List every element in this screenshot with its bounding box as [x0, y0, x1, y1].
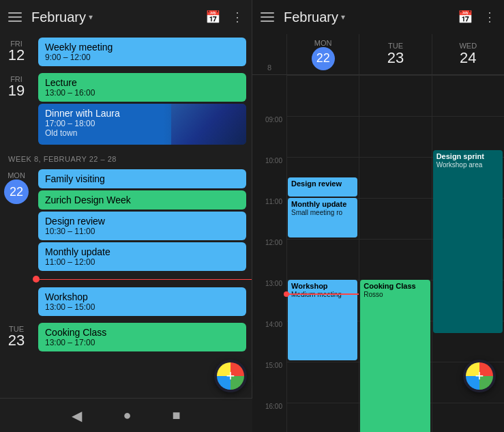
cal-event-design-review[interactable]: Design review — [288, 177, 357, 197]
time-label-14: 14:00 — [252, 321, 286, 362]
time-line — [40, 279, 252, 280]
cal-event-title: Cooking Class — [364, 282, 426, 291]
event-time: 13:00 – 16:00 — [45, 88, 239, 98]
grid-cell — [359, 158, 431, 198]
back-icon[interactable]: ◀ — [72, 407, 82, 424]
event-time: 10:30 – 11:00 — [45, 227, 239, 236]
day-indicator-tue-23: TUE 23 — [0, 321, 33, 348]
day-tue-23: TUE 23 Cooking Class 13:00 – 17:00 — [0, 319, 252, 355]
grid-cell — [359, 199, 431, 239]
week-day-headers: 8 MON 22 TUE 23 WED 24 — [252, 34, 504, 75]
week-day-wed: WED 24 — [432, 34, 504, 74]
week-day-num-24: 24 — [460, 50, 476, 66]
left-header: February ▾ 📅 ⋮ — [0, 0, 252, 34]
left-header-icons: 📅 ⋮ — [205, 10, 243, 25]
day-indicator-mon-22: MON 22 — [0, 167, 33, 204]
week-number: 8 — [267, 63, 271, 72]
time-label-9a: 09:00 — [252, 116, 286, 157]
event-title: Lecture — [45, 77, 239, 88]
grid-row-pre — [286, 75, 504, 116]
fab-plus-icon: + — [226, 369, 235, 384]
event-time: 13:00 – 17:00 — [45, 338, 239, 347]
event-lecture[interactable]: Lecture 13:00 – 16:00 — [38, 73, 246, 102]
right-more-options-icon[interactable]: ⋮ — [484, 10, 496, 25]
right-fab-plus-icon: + — [475, 369, 484, 384]
week-day-num-22: 22 — [312, 47, 335, 70]
day-number-22: 22 — [4, 179, 29, 204]
left-bottom-nav: ◀ ● ■ — [0, 398, 252, 432]
day-fri-12: FRI 12 Weekly meeting 9:00 – 12:00 — [0, 34, 252, 70]
cal-event-sub: Rosso — [364, 291, 426, 299]
day-indicator-fri-19: FRI 19 — [0, 71, 33, 98]
grid-cell — [286, 362, 359, 403]
right-calendar-view-icon[interactable]: 📅 — [458, 10, 473, 25]
current-time-line-right — [286, 293, 359, 295]
right-month-title[interactable]: February ▾ — [284, 10, 345, 25]
cal-event-title: Design sprint — [436, 152, 499, 161]
event-time: 13:00 – 15:00 — [45, 302, 239, 312]
right-header-icons: 📅 ⋮ — [458, 10, 496, 25]
right-fab-colorwheel: + — [466, 362, 493, 390]
events-fri-12: Weekly meeting 9:00 – 12:00 — [33, 35, 252, 68]
events-fri-19: Lecture 13:00 – 16:00 Dinner with Laura … — [33, 71, 252, 147]
time-label-11: 11:00 — [252, 198, 286, 239]
day-fri-19: FRI 19 Lecture 13:00 – 16:00 Dinner with… — [0, 70, 252, 148]
event-weekly-meeting[interactable]: Weekly meeting 9:00 – 12:00 — [38, 38, 246, 66]
event-title: Monthly update — [45, 246, 239, 257]
cal-event-title: Monthly update — [291, 200, 354, 209]
calendar-view-icon[interactable]: 📅 — [205, 10, 220, 25]
events-mon-22: Family visiting Zurich Design Week Desig… — [33, 167, 252, 273]
event-design-review[interactable]: Design review 10:30 – 11:00 — [38, 212, 246, 240]
event-title: Cooking Class — [45, 327, 239, 338]
day-number-23: 23 — [8, 333, 25, 348]
day-mon-22-cont: Workshop 13:00 – 15:00 — [0, 284, 252, 319]
event-workshop[interactable]: Workshop 13:00 – 15:00 — [38, 287, 246, 316]
grid-cell — [359, 117, 431, 157]
cal-event-sub: Medium meeting — [291, 291, 354, 299]
week-day-mon: MON 22 — [286, 34, 359, 74]
more-options-icon[interactable]: ⋮ — [231, 10, 243, 25]
grid-cell — [432, 403, 504, 432]
cal-event-design-sprint[interactable]: Design sprint Workshop area — [433, 150, 503, 333]
grid-cell — [359, 240, 431, 280]
menu-icon[interactable] — [8, 12, 22, 22]
event-title: Weekly meeting — [45, 42, 239, 53]
event-cooking-class[interactable]: Cooking Class 13:00 – 17:00 — [38, 323, 246, 351]
add-event-fab[interactable]: + — [214, 360, 247, 392]
time-label-16: 16:00 — [252, 403, 286, 432]
time-dot — [33, 276, 40, 283]
event-zurich-design-week[interactable]: Zurich Design Week — [38, 190, 246, 210]
cal-event-title: Workshop — [291, 282, 354, 291]
current-time-indicator — [0, 274, 252, 284]
grid-cell — [432, 76, 504, 116]
grid-cell — [286, 76, 359, 116]
event-title: Family visiting — [45, 173, 239, 184]
day-label-mon-22: MON — [8, 171, 25, 179]
grid-cell — [286, 403, 359, 432]
event-time: 17:00 – 18:00 — [45, 119, 239, 128]
time-dot-right — [284, 291, 289, 297]
day-indicator-fri-12: FRI 12 — [0, 35, 33, 63]
grid-cell — [359, 76, 431, 116]
left-schedule-view: February ▾ 📅 ⋮ FRI 12 Weekly meeting 9:0… — [0, 0, 252, 398]
square-icon[interactable]: ■ — [173, 407, 181, 423]
events-tue-23: Cooking Class 13:00 – 17:00 — [33, 321, 252, 354]
cal-event-cooking-class[interactable]: Cooking Class Rosso — [360, 280, 430, 432]
event-family-visiting[interactable]: Family visiting — [38, 169, 246, 188]
time-label-10: 10:00 — [252, 157, 286, 198]
left-month-title[interactable]: February ▾ — [31, 10, 93, 25]
left-panel: February ▾ 📅 ⋮ FRI 12 Weekly meeting 9:0… — [0, 0, 252, 432]
event-time: 9:00 – 12:00 — [45, 53, 239, 62]
cal-event-sub: Workshop area — [436, 161, 499, 169]
time-label-9 — [252, 75, 286, 116]
week-day-tue: TUE 23 — [359, 34, 431, 74]
cal-event-workshop[interactable]: Workshop Medium meeting — [288, 280, 357, 360]
event-dinner-laura[interactable]: Dinner with Laura 17:00 – 18:00 Old town — [38, 104, 246, 145]
event-monthly-update[interactable]: Monthly update 11:00 – 12:00 — [38, 242, 246, 271]
home-icon[interactable]: ● — [123, 407, 131, 423]
cal-event-sub: Small meeting ro — [291, 209, 354, 217]
right-add-event-fab[interactable]: + — [463, 360, 496, 392]
right-menu-icon[interactable] — [261, 12, 274, 22]
cal-event-monthly-update[interactable]: Monthly update Small meeting ro — [288, 198, 357, 237]
right-header: February ▾ 📅 ⋮ — [252, 0, 504, 34]
